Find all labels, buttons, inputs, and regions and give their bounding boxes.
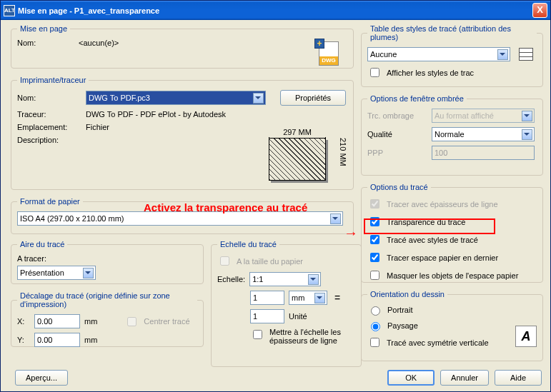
chk-espace-dernier[interactable] — [370, 253, 379, 262]
dwg-icon[interactable]: DWG + — [316, 40, 339, 66]
input-x[interactable] — [34, 314, 80, 328]
label-centrer: Centrer tracé — [144, 317, 189, 326]
label-taille-papier: A la taille du papier — [237, 257, 303, 266]
label-y: Y: — [17, 336, 30, 344]
group-orientation: Orientation du dessin Portrait Paysage T… — [361, 290, 543, 361]
radio-portrait[interactable] — [371, 306, 380, 316]
edit-styles-icon[interactable] — [519, 48, 533, 61]
legend-mise-en-page: Mise en page — [17, 24, 70, 33]
legend-echelle: Echelle du tracé — [217, 240, 279, 248]
group-table-styles: Table des styles de tracé (attribution d… — [361, 24, 543, 87]
label-a-tracer: A tracer: — [17, 254, 197, 263]
radio-paysage[interactable] — [371, 322, 380, 331]
chk-centrer — [127, 317, 136, 326]
chk-echelle-epaisseur[interactable] — [253, 330, 262, 339]
annotation-text: Activez la transparence au tracé — [144, 201, 307, 213]
footer: Aperçu... OK Annuler Aide — [9, 370, 542, 386]
apercu-button[interactable]: Aperçu... — [15, 370, 68, 386]
legend-imprimante: Imprimante/traceur — [17, 76, 89, 84]
chk-afficher-styles[interactable] — [370, 68, 379, 77]
select-echelle[interactable]: 1:1 — [249, 272, 321, 286]
group-echelle: Echelle du tracé A la taille du papier E… — [211, 240, 362, 367]
input-scale-2[interactable] — [250, 309, 284, 323]
label-echelle: Echelle: — [217, 275, 245, 283]
label-description: Description: — [17, 136, 81, 144]
annotation-arrow-icon: → — [344, 228, 358, 237]
input-y[interactable] — [34, 333, 80, 347]
group-mise-en-page: Mise en page Nom: <aucun(e)> DWG + — [11, 24, 354, 69]
label-transparence: Transparence du tracé — [387, 218, 465, 226]
legend-orientation: Orientation du dessin — [367, 290, 447, 298]
legend-aire-trace: Aire du tracé — [17, 240, 67, 248]
select-printer[interactable]: DWG To PDF.pc3 — [86, 91, 266, 105]
label-portrait: Portrait — [387, 306, 412, 314]
select-format-papier[interactable]: ISO A4 (297.00 x 210.00 mm) — [17, 211, 343, 226]
label-nom-imprimante: Nom: — [17, 94, 81, 102]
label-espace-dernier: Tracer espace papier en dernier — [387, 253, 498, 262]
label-emplacement: Emplacement: — [17, 123, 81, 131]
chk-styles-trace[interactable] — [370, 235, 379, 244]
annuler-button[interactable]: Annuler — [440, 370, 489, 386]
label-masquer-objets: Masquer les objets de l'espace papier — [387, 271, 518, 280]
select-table-styles[interactable]: Aucune — [367, 47, 510, 61]
value-emplacement: Fichier — [86, 123, 109, 131]
legend-decalage: Décalage du tracé (origine définie sur z… — [17, 291, 197, 308]
chk-masquer-objets[interactable] — [370, 271, 379, 280]
legend-format-papier: Format de papier — [17, 197, 83, 206]
value-traceur: DWG To PDF - PDF ePlot - by Autodesk — [86, 110, 226, 119]
ok-button[interactable]: OK — [387, 370, 435, 386]
equals-icon: = — [334, 292, 340, 303]
legend-options-trace: Options du tracé — [367, 183, 431, 191]
label-x: X: — [17, 317, 30, 326]
legend-table-styles: Table des styles de tracé (attribution d… — [367, 24, 537, 41]
paper-preview: 297 MM 210 MM — [269, 138, 334, 196]
unit-x: mm — [84, 317, 97, 326]
proprietes-button[interactable]: Propriétés — [280, 90, 346, 106]
label-paysage: Paysage — [387, 321, 418, 330]
select-qualite[interactable]: Normale — [432, 127, 535, 141]
label-qualite: Qualité — [367, 130, 427, 139]
group-fenetre-ombree: Options de fenêtre ombrée Trc. ombrage A… — [361, 94, 543, 176]
select-aire-trace[interactable]: Présentation — [17, 266, 96, 280]
window-title: Mise en page - P1_avec_transparence — [18, 6, 532, 15]
chk-taille-papier — [220, 256, 229, 266]
chk-epaisseurs — [370, 199, 379, 208]
label-afficher-styles: Afficher les styles de trac — [387, 69, 474, 77]
label-nom-page: Nom: — [17, 39, 74, 47]
label-echelle-epaisseur: Mettre à l'échelle les épaisseurs de lig… — [269, 328, 355, 345]
unit-scale-2: Unité — [289, 312, 307, 321]
group-aire-trace: Aire du tracé A tracer: Présentation — [11, 240, 204, 284]
label-symetrie: Tracé avec symétrie verticale — [387, 338, 489, 347]
input-ppp — [432, 146, 535, 160]
dialog-window: ALT Mise en page - P1_avec_transparence … — [0, 0, 551, 392]
orientation-icon[interactable]: A — [515, 326, 537, 347]
app-icon: ALT — [4, 5, 15, 16]
aide-button[interactable]: Aide — [495, 370, 542, 386]
titlebar: ALT Mise en page - P1_avec_transparence … — [1, 1, 550, 20]
label-styles-trace: Tracé avec styles de tracé — [387, 236, 478, 244]
chk-symetrie[interactable] — [370, 338, 379, 347]
unit-y: mm — [84, 336, 97, 344]
label-trc-ombrage: Trc. ombrage — [367, 111, 427, 120]
close-button[interactable]: X — [532, 3, 547, 18]
label-ppp: PPP — [367, 149, 427, 157]
chk-transparence[interactable] — [370, 217, 379, 226]
group-decalage: Décalage du tracé (origine définie sur z… — [11, 291, 204, 347]
group-options-trace: Options du tracé Tracer avec épaisseurs … — [361, 183, 543, 283]
value-nom-page: <aucun(e)> — [79, 39, 119, 47]
label-epaisseurs: Tracer avec épaisseurs de ligne — [387, 200, 498, 208]
select-scale-unit[interactable]: mm — [289, 291, 327, 305]
input-scale-1[interactable] — [250, 291, 284, 305]
legend-fenetre-ombree: Options de fenêtre ombrée — [367, 94, 467, 103]
label-traceur: Traceur: — [17, 110, 81, 119]
select-trc-ombrage: Au format affiché — [432, 109, 535, 123]
